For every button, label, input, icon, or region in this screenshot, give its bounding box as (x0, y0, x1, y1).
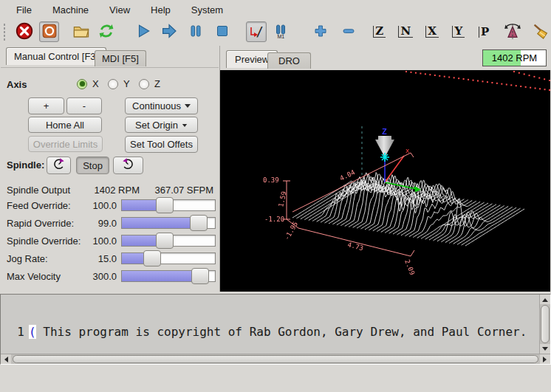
scroll-right-button[interactable] (540, 354, 550, 364)
spindle-sfpm-value: 367.07 SFPM (148, 185, 213, 196)
power-icon (41, 23, 58, 41)
broom-icon (532, 22, 550, 42)
zoom-in-button[interactable] (310, 21, 331, 42)
gcode-line: 1( This program is copyright of Rab Gord… (1, 325, 539, 340)
radio-y-label: Y (123, 78, 130, 89)
axis-radio-x[interactable]: X (77, 78, 99, 89)
jog-mode-dropdown[interactable]: Continuous (125, 97, 198, 114)
chevron-down-icon (182, 123, 187, 128)
rapid-override-slider[interactable] (121, 217, 216, 229)
zoom-out-button[interactable] (338, 21, 359, 42)
rotate-cone-icon (504, 22, 521, 42)
jog-rate-value: 15.0 (75, 253, 117, 264)
hscroll-thumb[interactable] (13, 355, 538, 363)
jog-rate-row: Jog Rate: 15.0 (1, 251, 219, 267)
pause-icon (188, 24, 203, 41)
open-file-button[interactable] (71, 21, 92, 42)
max-velocity-slider[interactable] (121, 270, 216, 282)
step-button[interactable] (160, 21, 180, 42)
spindle-rpm-value: 1402 RPM (88, 185, 140, 196)
rotate-view-button[interactable] (502, 21, 523, 42)
machine-power-button[interactable] (39, 21, 60, 42)
set-tool-offets-button[interactable]: Set Tool Offets (125, 136, 198, 153)
view-y-button[interactable]: Y (448, 21, 469, 42)
vertical-scrollbar[interactable] (539, 295, 550, 354)
feed-override-slider[interactable] (121, 199, 216, 211)
slider-thumb[interactable] (190, 215, 208, 231)
view-y-icon: Y (452, 26, 465, 38)
axis-radio-y[interactable]: Y (108, 78, 130, 89)
vscroll-thumb[interactable] (541, 305, 550, 343)
menu-system[interactable]: System (184, 2, 230, 18)
jog-plus-button[interactable]: + (28, 97, 64, 114)
feed-override-label: Feed Override: (7, 200, 71, 211)
menu-help[interactable]: Help (143, 2, 178, 18)
view-z-button[interactable]: Z (369, 21, 390, 42)
radio-y-circle[interactable] (108, 79, 118, 89)
max-velocity-label: Max Velocity (7, 271, 61, 282)
run-button[interactable] (133, 21, 154, 42)
toolbar-grip[interactable] (1, 22, 7, 41)
pause-button[interactable] (185, 21, 206, 42)
scroll-up-button[interactable] (540, 295, 550, 304)
axis-label: Axis (7, 79, 27, 90)
skip-lines-icon: / (249, 24, 264, 39)
spindle-override-label: Spindle Override: (7, 235, 81, 247)
run-icon (135, 23, 151, 41)
scroll-down-button[interactable] (540, 344, 550, 354)
skip-lines-button[interactable]: / (246, 21, 267, 42)
view-x-button[interactable]: X (422, 21, 442, 42)
radio-x-circle[interactable] (77, 79, 87, 89)
rapid-override-value: 99.0 (75, 218, 117, 229)
tab-mdi[interactable]: MDI [F5] (95, 50, 146, 66)
set-origin-dropdown[interactable]: Set Origin (125, 117, 198, 133)
jog-minus-button[interactable]: - (66, 97, 102, 114)
manual-control-panel: Manual Control [F3] MDI [F5] Axis X Y Z … (0, 46, 220, 292)
spindle-override-slider[interactable] (121, 235, 216, 247)
view-z-rotated-button[interactable]: N (395, 21, 416, 42)
spindle-override-row: Spindle Override: 100.0 (1, 233, 219, 250)
tab-dro[interactable]: DRO (267, 52, 311, 69)
slider-thumb[interactable] (191, 268, 209, 284)
preview-canvas[interactable] (220, 70, 550, 292)
tab-manual-control[interactable]: Manual Control [F3] (6, 47, 106, 65)
scroll-left-button[interactable] (1, 354, 11, 364)
slider-thumb[interactable] (156, 197, 174, 213)
menu-view[interactable]: View (102, 2, 137, 18)
spindle-reverse-button[interactable] (47, 157, 71, 174)
gcode-editor[interactable]: 1( This program is copyright of Rab Gord… (0, 294, 551, 365)
spindle-forward-button[interactable] (113, 157, 143, 174)
preview-panel: Preview DRO 1402 RPM (220, 46, 551, 292)
jog-rate-slider[interactable] (121, 252, 216, 264)
linuxcnc-window: File Machine View Help System (0, 0, 551, 392)
home-all-button[interactable]: Home All (28, 117, 102, 133)
menu-machine[interactable]: Machine (45, 2, 96, 18)
override-limits-button[interactable]: Override Limits (28, 136, 103, 152)
folder-icon (72, 22, 90, 42)
estop-button[interactable] (14, 21, 35, 42)
reload-button[interactable] (96, 21, 117, 42)
optional-stop-button[interactable]: M1 (271, 21, 292, 42)
gcode-lines: 1( This program is copyright of Rab Gord… (1, 295, 539, 354)
menu-file[interactable]: File (9, 2, 39, 18)
spindle-forward-icon (121, 157, 135, 173)
slider-thumb[interactable] (156, 233, 174, 249)
max-velocity-value: 300.0 (75, 271, 117, 282)
jog-mode-value: Continuous (132, 100, 181, 111)
spindle-override-value: 100.0 (75, 235, 117, 247)
spindle-stop-button[interactable]: Stop (76, 157, 109, 174)
minus-icon (341, 24, 356, 41)
feed-override-value: 100.0 (75, 200, 117, 211)
view-perspective-button[interactable]: P (475, 21, 496, 42)
radio-z-circle[interactable] (139, 79, 149, 89)
slider-thumb[interactable] (143, 250, 161, 267)
radio-x-label: X (92, 78, 99, 89)
spindle-label: Spindle: (7, 159, 44, 171)
axis-radio-z[interactable]: Z (139, 78, 160, 89)
horizontal-scrollbar[interactable] (1, 354, 550, 364)
rapid-override-row: Rapid Override: 99.0 (1, 216, 219, 232)
stop-button[interactable] (212, 21, 233, 42)
step-arrow-icon (160, 22, 178, 42)
rpm-meter-text: 1402 RPM (483, 50, 546, 66)
clear-plot-button[interactable] (530, 21, 551, 42)
